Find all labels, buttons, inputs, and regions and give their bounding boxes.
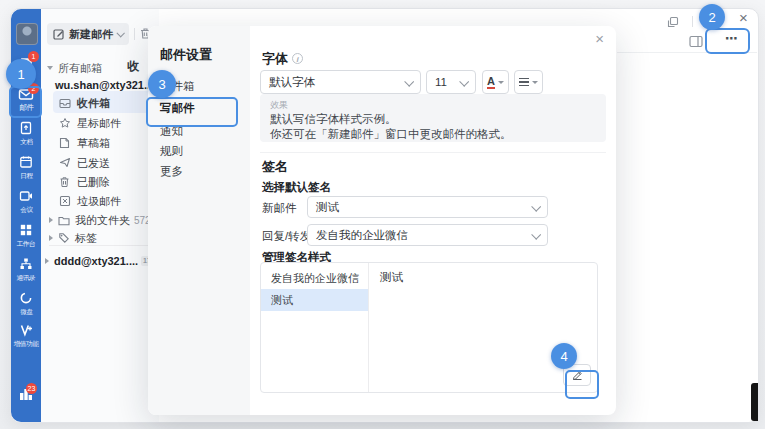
rail-item-app-center[interactable]: 23 [11, 387, 41, 402]
rail-item-label: 通讯录 [17, 273, 36, 282]
font-color-button[interactable]: A [482, 70, 509, 94]
callout-ring-compose-nav [146, 97, 238, 127]
choose-signature-heading: 选择默认签名 [262, 180, 331, 195]
account-row-2[interactable]: dddd@xty321.... 175 [41, 251, 163, 271]
signature-item-selected[interactable]: 测试 [261, 289, 368, 311]
reply-signature-value: 发自我的企业微信 [316, 228, 408, 243]
chevron-down-icon [404, 76, 414, 86]
caret-right-icon [49, 235, 53, 241]
mail-settings-modal: 邮件设置 收件箱 写邮件 通知 规则 更多 × 字体i 默认字体 11 A 效果 [148, 26, 616, 415]
folder-label: 我的文件夹 [75, 213, 130, 228]
account-label: wu.shan@xty321.... [55, 79, 156, 91]
folder-label: 草稿箱 [77, 136, 110, 151]
callout-number-1: 1 [6, 59, 36, 89]
font-heading-text: 字体 [262, 51, 288, 66]
folder-label: 已删除 [77, 175, 110, 190]
window-close-button[interactable]: × [739, 9, 748, 26]
callout-number-4: 4 [551, 343, 577, 369]
folder-label: 垃圾邮件 [77, 194, 121, 209]
font-preview-box: 效果 默认写信字体样式示例。 你还可在「新建邮件」窗口中更改邮件的格式。 [260, 94, 606, 142]
chevron-down-icon [459, 76, 469, 86]
layout-toggle-button[interactable] [689, 34, 703, 52]
info-icon: i [292, 53, 303, 64]
chevron-down-icon [116, 29, 124, 37]
chevron-down-icon [531, 229, 541, 239]
list-style-icon [519, 78, 529, 86]
popout-icon [667, 16, 679, 28]
font-family-select[interactable]: 默认字体 [260, 70, 421, 94]
folder-label: 已发送 [77, 156, 110, 171]
user-avatar[interactable] [16, 23, 38, 45]
new-mail-label: 新邮件 [262, 201, 297, 216]
font-size-select[interactable]: 11 [426, 70, 476, 94]
font-size-value: 11 [435, 76, 447, 88]
inbox-icon [59, 98, 71, 109]
group-label: 所有邮箱 [58, 61, 102, 76]
font-color-letter: A [487, 75, 495, 89]
rail-item-workbench[interactable]: 工作台 [11, 223, 41, 248]
junk-icon [59, 195, 71, 207]
rail-item-calendar[interactable]: 日程 [11, 155, 41, 180]
reply-forward-label: 回复/转发 [262, 229, 311, 244]
meeting-icon [19, 189, 33, 203]
account-label: dddd@xty321.... [54, 255, 138, 267]
rail-item-meeting[interactable]: 会议 [11, 189, 41, 214]
folder-label: 标签 [75, 231, 97, 246]
background-window-sliver [751, 383, 758, 421]
contacts-icon [19, 257, 33, 271]
section-divider [260, 152, 606, 153]
rail-item-label: 文档 [20, 137, 32, 146]
popout-button[interactable] [667, 14, 679, 32]
reply-signature-select[interactable]: 发自我的企业微信 [307, 224, 548, 246]
callout-number-2: 2 [699, 4, 725, 30]
calendar-icon [19, 155, 33, 169]
caret-down-icon [498, 81, 504, 84]
chat-unread-badge: 1 [28, 51, 39, 62]
rail-item-drive[interactable]: 微盘 [11, 291, 41, 316]
star-icon [59, 117, 71, 129]
rail-item-value-added[interactable]: 增值功能 [11, 323, 41, 348]
folder-icon [58, 215, 70, 226]
callout-ring-more-button [705, 28, 750, 54]
rail-item-label: 日程 [20, 171, 32, 180]
screenshot-stage: 1 邮件 2 文档 日程 会议 工作台 [0, 0, 765, 429]
compose-icon [53, 28, 65, 40]
modal-close-button[interactable]: × [595, 30, 604, 48]
new-mail-signature-select[interactable]: 测试 [307, 196, 548, 218]
compose-label: 新建邮件 [69, 27, 113, 42]
signature-manager-box: 发自我的企业微信 测试 测试 [260, 262, 598, 393]
signature-item[interactable]: 发自我的企业微信 [261, 267, 368, 289]
font-family-value: 默认字体 [269, 75, 315, 90]
rail-item-label: 微盘 [20, 307, 32, 316]
preview-line-1: 默认写信字体样式示例。 [270, 112, 596, 127]
toolbar-divider [134, 28, 135, 40]
rail-item-label: 会议 [20, 205, 32, 214]
signature-list: 发自我的企业微信 测试 [261, 263, 369, 392]
callout-number-3: 3 [148, 70, 176, 98]
mail-folder-panel: 新建邮件 所有邮箱 wu.shan@xty321.... 收件箱 1 [41, 9, 159, 422]
settings-nav-rules[interactable]: 规则 [160, 142, 183, 160]
settings-nav-more[interactable]: 更多 [160, 162, 183, 180]
compose-button[interactable]: 新建邮件 [47, 23, 129, 45]
folder-label: 收件箱 [77, 96, 110, 111]
signature-preview-text: 测试 [380, 270, 403, 285]
signature-heading: 签名 [262, 158, 288, 176]
workbench-grid-icon [19, 223, 33, 237]
list-style-button[interactable] [514, 70, 543, 94]
draft-icon [59, 137, 70, 149]
controls-divider [692, 16, 693, 27]
caret-down-icon [47, 66, 53, 70]
rail-item-contacts[interactable]: 通讯录 [11, 257, 41, 282]
rail-item-docs[interactable]: 文档 [11, 121, 41, 146]
new-mail-signature-value: 测试 [316, 200, 339, 215]
chevron-down-icon [531, 201, 541, 211]
sent-icon [59, 157, 71, 169]
callout-ring-mail-rail [9, 86, 42, 118]
preview-label: 效果 [270, 99, 596, 112]
rail-item-label: 增值功能 [14, 339, 39, 348]
tree-divider [49, 245, 149, 246]
font-section-heading: 字体i [262, 50, 303, 68]
layout-panel-icon [689, 35, 703, 48]
caret-right-icon [49, 217, 53, 223]
message-list-header-partial: 收 [127, 58, 139, 75]
